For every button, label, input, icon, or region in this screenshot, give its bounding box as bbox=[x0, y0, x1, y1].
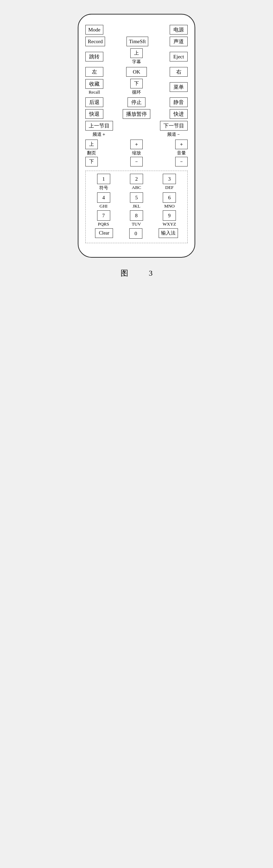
page-down-button[interactable]: 下 bbox=[85, 157, 98, 166]
num-row-4: Clear 0 输入法 bbox=[87, 228, 186, 239]
row-left-ok-right: 左 OK 右 bbox=[85, 67, 188, 77]
input-method-button[interactable]: 输入法 bbox=[159, 228, 178, 238]
num6-col: 6 MNO bbox=[163, 192, 176, 209]
num2-button[interactable]: 2 bbox=[130, 174, 143, 184]
channel-minus-label: 频道－ bbox=[167, 131, 181, 137]
num9-button[interactable]: 9 bbox=[163, 210, 176, 221]
collect-recall-col: 收藏 Recall bbox=[85, 79, 103, 95]
next-button[interactable]: 下一节目 bbox=[160, 121, 188, 131]
power-button[interactable]: 电源 bbox=[170, 25, 188, 35]
num5-label: JKL bbox=[133, 203, 140, 209]
vol-label: 音量 bbox=[177, 150, 186, 156]
rewind-button[interactable]: 快退 bbox=[85, 109, 103, 119]
zoom-in-button[interactable]: ＋ bbox=[130, 140, 143, 149]
num9-col: 9 WXYZ bbox=[163, 210, 176, 227]
vol-col: ＋ 音量 － bbox=[175, 140, 188, 166]
left-button[interactable]: 左 bbox=[85, 67, 103, 77]
num8-label: TUV bbox=[132, 221, 141, 227]
clear-button[interactable]: Clear bbox=[95, 228, 113, 238]
num3-button[interactable]: 3 bbox=[163, 174, 176, 184]
prev-button[interactable]: 上一节目 bbox=[85, 121, 113, 131]
num0-button[interactable]: 0 bbox=[129, 228, 142, 239]
figure-label: 图 bbox=[121, 268, 128, 278]
num1-label: 符号 bbox=[99, 185, 108, 191]
num4-button[interactable]: 4 bbox=[97, 192, 110, 203]
vol-down-button[interactable]: － bbox=[175, 157, 188, 166]
num3-label: DEF bbox=[165, 185, 174, 190]
right-button[interactable]: 右 bbox=[170, 67, 188, 77]
num1-button[interactable]: 1 bbox=[97, 174, 110, 184]
zoom-out-button[interactable]: － bbox=[130, 157, 143, 166]
clear-col: Clear bbox=[95, 228, 113, 238]
up-subtitle-col: 上 字幕 bbox=[130, 48, 143, 65]
channel-plus-label: 频道＋ bbox=[93, 131, 106, 137]
play-pause-button[interactable]: 播放暂停 bbox=[123, 109, 150, 119]
num0-col: 0 bbox=[129, 228, 142, 239]
row-page-zoom-vol: 上 翻页 下 ＋ 缩放 － ＋ 音量 － bbox=[85, 140, 188, 166]
mode-button[interactable]: Mode bbox=[85, 25, 103, 35]
ff-button[interactable]: 快进 bbox=[170, 109, 188, 119]
num5-col: 5 JKL bbox=[130, 192, 143, 209]
loop-label: 循环 bbox=[132, 89, 141, 95]
prev-channel-col: 上一节目 频道＋ bbox=[85, 121, 113, 137]
row-back-stop-mute: 后退 停止 静音 bbox=[85, 97, 188, 107]
page-col: 上 翻页 下 bbox=[85, 140, 98, 166]
recall-label: Recall bbox=[88, 89, 100, 95]
num5-button[interactable]: 5 bbox=[130, 192, 143, 203]
num2-label: ABC bbox=[132, 185, 141, 190]
num-row-1: 1 符号 2 ABC 3 DEF bbox=[87, 174, 186, 191]
up-button[interactable]: 上 bbox=[130, 48, 143, 58]
zoom-label: 缩放 bbox=[132, 150, 141, 156]
main-section: Mode 电源 Record TimeSft 声道 跳转 上 字幕 Eject … bbox=[85, 25, 188, 169]
vol-up-button[interactable]: ＋ bbox=[175, 140, 188, 149]
back-button[interactable]: 后退 bbox=[85, 97, 103, 107]
num7-button[interactable]: 7 bbox=[97, 210, 110, 221]
input-method-col: 输入法 bbox=[159, 228, 178, 238]
zoom-col: ＋ 缩放 － bbox=[130, 140, 143, 166]
remote-control: Mode 电源 Record TimeSft 声道 跳转 上 字幕 Eject … bbox=[78, 14, 195, 258]
num9-label: WXYZ bbox=[163, 221, 176, 227]
channel-button[interactable]: 声道 bbox=[170, 37, 188, 46]
figure-caption: 图 3 bbox=[121, 268, 153, 278]
num6-label: MNO bbox=[164, 203, 175, 209]
num6-button[interactable]: 6 bbox=[163, 192, 176, 203]
num2-col: 2 ABC bbox=[130, 174, 143, 190]
row-mode-power: Mode 电源 bbox=[85, 25, 188, 35]
num7-label: PQRS bbox=[98, 221, 109, 227]
num4-label: GHI bbox=[100, 203, 107, 209]
menu-button[interactable]: 菜单 bbox=[170, 82, 188, 92]
eject-button[interactable]: Eject bbox=[170, 52, 188, 61]
timesft-button[interactable]: TimeSft bbox=[126, 37, 148, 46]
jump-button[interactable]: 跳转 bbox=[85, 52, 103, 61]
num7-col: 7 PQRS bbox=[97, 210, 110, 227]
row-record-timesft: Record TimeSft 声道 bbox=[85, 37, 188, 46]
numpad-section: 1 符号 2 ABC 3 DEF 4 GHI 5 JKL 6 bbox=[85, 171, 188, 243]
num3-col: 3 DEF bbox=[163, 174, 176, 190]
page-label: 翻页 bbox=[87, 150, 96, 156]
down-loop-col: 下 循环 bbox=[130, 79, 143, 95]
down-button[interactable]: 下 bbox=[130, 79, 143, 88]
row-jump-subtitle-eject: 跳转 上 字幕 Eject bbox=[85, 48, 188, 65]
num8-col: 8 TUV bbox=[130, 210, 143, 227]
subtitle-label: 字幕 bbox=[132, 59, 141, 65]
stop-button[interactable]: 停止 bbox=[128, 97, 145, 107]
collect-button[interactable]: 收藏 bbox=[85, 79, 103, 89]
mute-button[interactable]: 静音 bbox=[170, 97, 188, 107]
num8-button[interactable]: 8 bbox=[130, 210, 143, 221]
row-collect-down-menu: 收藏 Recall 下 循环 菜单 bbox=[85, 79, 188, 95]
num-row-3: 7 PQRS 8 TUV 9 WXYZ bbox=[87, 210, 186, 227]
num4-col: 4 GHI bbox=[97, 192, 110, 209]
num1-col: 1 符号 bbox=[97, 174, 110, 191]
page-up-button[interactable]: 上 bbox=[85, 140, 98, 149]
num-row-2: 4 GHI 5 JKL 6 MNO bbox=[87, 192, 186, 209]
ok-button[interactable]: OK bbox=[126, 67, 147, 77]
figure-number: 3 bbox=[149, 269, 153, 278]
row-prev-next-channel: 上一节目 频道＋ 下一节目 频道－ bbox=[85, 121, 188, 137]
record-button[interactable]: Record bbox=[85, 37, 105, 46]
row-rewind-play-ff: 快退 播放暂停 快进 bbox=[85, 109, 188, 119]
next-channel-col: 下一节目 频道－ bbox=[160, 121, 188, 137]
